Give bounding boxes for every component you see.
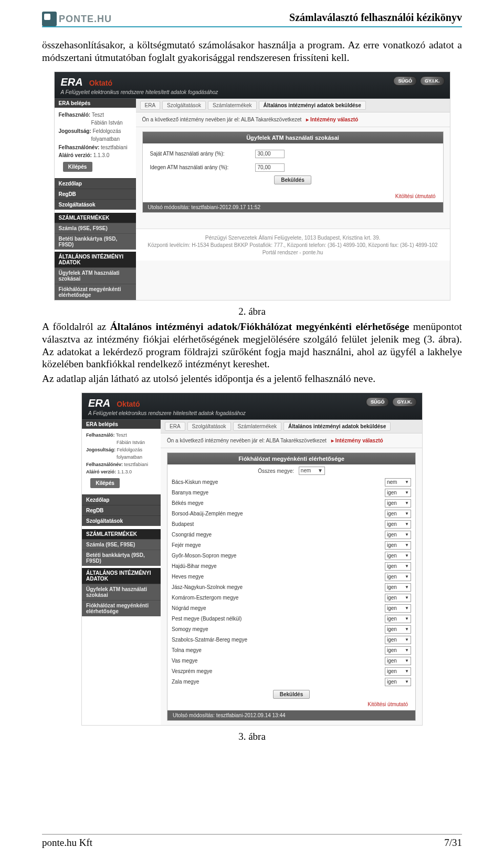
county-select[interactable]: igen▼ bbox=[385, 594, 411, 602]
nav-szamla[interactable]: Számla (9SE, F9SE) bbox=[55, 223, 136, 233]
nav-atm-szokasok-2[interactable]: Ügyfelek ATM használati szokásai bbox=[82, 584, 161, 600]
panel-atm-title: Ügyfelek ATM használati szokásai bbox=[143, 132, 443, 143]
nav-betetikartya[interactable]: Betéti bankkártya (9SD, F9SD) bbox=[55, 233, 136, 250]
help-button-2[interactable]: SÚGÓ bbox=[366, 397, 390, 407]
user-value-2: Fábián István bbox=[59, 119, 132, 127]
county-select[interactable]: igen▼ bbox=[385, 657, 411, 665]
county-row: Tolna megyeigen▼ bbox=[167, 645, 415, 656]
institution-select-link[interactable]: ▸ Intézmény választó bbox=[306, 117, 358, 122]
county-select[interactable]: igen▼ bbox=[385, 541, 411, 550]
county-select[interactable]: igen▼ bbox=[385, 573, 411, 581]
crumb-altalanos-2[interactable]: Általános intézményi adatok beküldése bbox=[284, 422, 391, 431]
footer-company: ponte.hu Kft bbox=[42, 837, 92, 849]
logout-button-2[interactable]: Kilépés bbox=[90, 478, 120, 489]
chevron-down-icon: ▼ bbox=[405, 522, 409, 526]
submit-button-2[interactable]: Beküldés bbox=[273, 690, 310, 699]
county-select[interactable]: igen▼ bbox=[385, 646, 411, 655]
user-label: Felhasználó: bbox=[59, 112, 91, 118]
logo-text: PONTE.HU bbox=[59, 14, 112, 25]
county-select[interactable]: igen▼ bbox=[385, 552, 411, 560]
chevron-down-icon: ▼ bbox=[405, 501, 409, 505]
site-footer: Pénzügyi Szervezetek Állami Felügyelete,… bbox=[136, 229, 450, 261]
county-name: Szabolcs-Szatmár-Bereg megye bbox=[172, 637, 247, 643]
submit-button[interactable]: Beküldés bbox=[274, 175, 311, 184]
county-name: Budapest bbox=[172, 521, 194, 527]
chevron-down-icon: ▼ bbox=[405, 564, 409, 568]
faq-button[interactable]: GY.I.K. bbox=[420, 76, 445, 86]
county-name: Pest megye (Budapest nélkül) bbox=[172, 616, 242, 622]
institution-select-link-2[interactable]: ▸ Intézmény választó bbox=[331, 438, 383, 443]
foreign-atm-input[interactable]: 70,00 bbox=[255, 163, 285, 172]
footer-line-1: Pénzügyi Szervezetek Állami Felügyelete,… bbox=[138, 234, 448, 242]
guide-link-2[interactable]: Kitöltési útmutató bbox=[368, 701, 408, 707]
nav-szamla-2[interactable]: Számla (9SE, F9SE) bbox=[82, 539, 161, 550]
institution-notice: Ön a következő intézmény nevében jár el:… bbox=[136, 112, 450, 127]
help-button[interactable]: SÚGÓ bbox=[393, 76, 417, 86]
nav-kezdolap-2[interactable]: Kezdőlap bbox=[82, 494, 161, 505]
chevron-down-icon: ▼ bbox=[405, 585, 409, 590]
page-header: PONTE.HU Számlaválasztó felhasználói kéz… bbox=[42, 12, 462, 27]
sidebar-login-title-2: ERA belépés bbox=[82, 420, 161, 429]
crumb-altalanos[interactable]: Általános intézményi adatok beküldése bbox=[259, 101, 366, 110]
loginname-label: Felhasználónév: bbox=[59, 144, 100, 150]
app-title-2: ERA bbox=[88, 397, 110, 409]
logout-button[interactable]: Kilépés bbox=[63, 162, 92, 172]
county-select[interactable]: igen▼ bbox=[385, 510, 411, 518]
panel-county-title: Fiókhálózat megyénkénti elérhetősége bbox=[167, 453, 415, 464]
screenshot-1: ERA Oktató A Felügyelet elektronikus ren… bbox=[54, 71, 450, 301]
crumb-szamlat-2[interactable]: Számlatermékek bbox=[233, 422, 281, 431]
nav-szolgaltatasok-2[interactable]: Szolgáltatások bbox=[82, 515, 161, 526]
crumb-szolg[interactable]: Szolgáltatások bbox=[162, 101, 206, 110]
page-footer: ponte.hu Kft 7/31 bbox=[42, 834, 462, 849]
app-env: Oktató bbox=[89, 79, 112, 87]
app-subtitle-2: A Felügyelet elektronikus rendszere hite… bbox=[88, 410, 416, 416]
county-name: Somogy megye bbox=[172, 626, 208, 632]
county-row: Vas megyeigen▼ bbox=[167, 656, 415, 666]
nav-betetikartya-2[interactable]: Betéti bankkártya (9SD, F9SD) bbox=[82, 550, 161, 566]
county-select[interactable]: igen▼ bbox=[385, 520, 411, 529]
footer-line-3: Portál rendszer - ponte.hu bbox=[138, 249, 448, 256]
county-select[interactable]: igen▼ bbox=[385, 531, 411, 539]
logo: PONTE.HU bbox=[42, 12, 112, 26]
county-row: Budapestigen▼ bbox=[167, 519, 415, 530]
county-select[interactable]: igen▼ bbox=[385, 636, 411, 644]
own-atm-label: Saját ATM használati arány (%): bbox=[150, 151, 250, 157]
foreign-atm-label: Idegen ATM használati arány (%): bbox=[150, 164, 250, 170]
county-select[interactable]: igen▼ bbox=[385, 499, 411, 508]
county-select[interactable]: igen▼ bbox=[385, 604, 411, 613]
figure-caption-2: 2. ábra bbox=[42, 306, 462, 317]
county-row: Pest megye (Budapest nélkül)igen▼ bbox=[167, 614, 415, 624]
faq-button-2[interactable]: GY.I.K. bbox=[392, 397, 417, 407]
county-select[interactable]: igen▼ bbox=[385, 615, 411, 623]
crumb-era[interactable]: ERA bbox=[140, 101, 161, 110]
county-select[interactable]: igen▼ bbox=[385, 678, 411, 686]
county-select[interactable]: igen▼ bbox=[385, 667, 411, 676]
nav-fiokhalozat[interactable]: Fiókhálózat megyénkénti elérhetősége bbox=[55, 284, 136, 300]
county-select[interactable]: igen▼ bbox=[385, 562, 411, 571]
crumb-szolg-2[interactable]: Szolgáltatások bbox=[187, 422, 231, 431]
panel-atm-footer: Utolsó módosítás: tesztfabiani-2012.09.1… bbox=[143, 202, 443, 212]
nav-fiokhalozat-2[interactable]: Fiókhálózat megyénkénti elérhetősége bbox=[82, 600, 161, 616]
county-select[interactable]: nem▼ bbox=[385, 478, 411, 487]
crumb-szamlat[interactable]: Számlatermékek bbox=[208, 101, 256, 110]
nav-regdb[interactable]: RegDB bbox=[55, 189, 136, 199]
county-row: Bács-Kiskun megyenem▼ bbox=[167, 477, 415, 488]
group-szamlatermekek-2: SZÁMLATERMÉKEK bbox=[82, 529, 161, 539]
footer-pagenum: 7/31 bbox=[444, 837, 462, 849]
county-select[interactable]: igen▼ bbox=[385, 489, 411, 497]
nav-szolgaltatasok[interactable]: Szolgáltatások bbox=[55, 199, 136, 210]
breadcrumb: ERA Szolgáltatások Számlatermékek Általá… bbox=[136, 99, 450, 112]
paragraph-1: összehasonlításakor, a költségmutató szá… bbox=[42, 39, 462, 64]
role-value: Feldolgozás bbox=[93, 128, 121, 134]
crumb-era-2[interactable]: ERA bbox=[165, 422, 185, 431]
notice-text-2: Ön a következő intézmény nevében jár el:… bbox=[167, 438, 327, 443]
all-county-select[interactable]: nem▼ bbox=[299, 467, 325, 475]
guide-link[interactable]: Kitöltési útmutató bbox=[395, 193, 436, 199]
own-atm-input[interactable]: 30,00 bbox=[255, 150, 285, 158]
county-name: Komárom-Esztergom megye bbox=[172, 595, 238, 601]
nav-kezdolap[interactable]: Kezdőlap bbox=[55, 178, 136, 189]
nav-regdb-2[interactable]: RegDB bbox=[82, 505, 161, 515]
county-select[interactable]: igen▼ bbox=[385, 625, 411, 634]
county-select[interactable]: igen▼ bbox=[385, 583, 411, 592]
nav-atm-szokasok[interactable]: Ügyfelek ATM használati szokásai bbox=[55, 267, 136, 284]
